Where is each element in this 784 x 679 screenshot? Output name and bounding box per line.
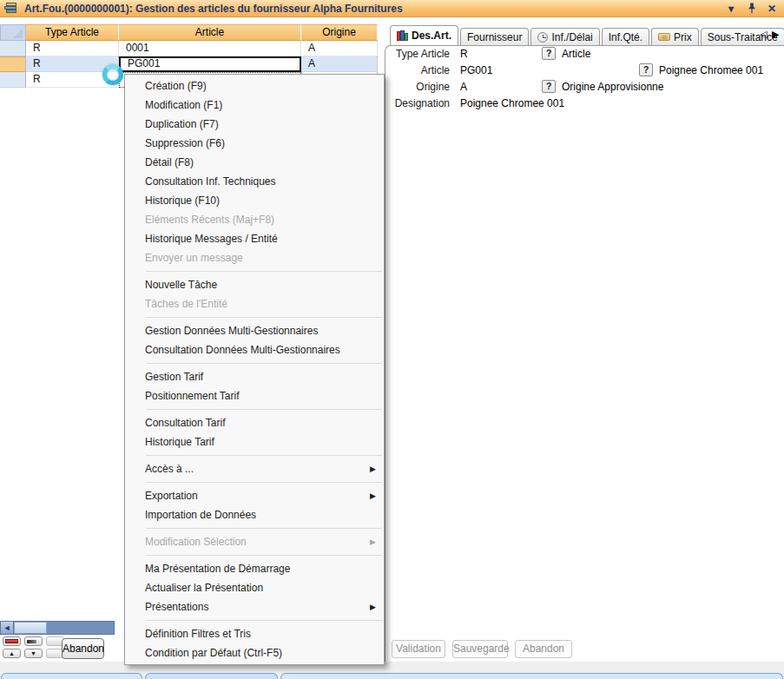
cell-origine[interactable]: A — [301, 56, 378, 72]
menu-separator — [146, 455, 382, 456]
row-selector[interactable] — [0, 56, 26, 72]
menu-item-modification-f1[interactable]: Modification (F1) — [125, 96, 384, 115]
form-label-designation: Designation — [387, 97, 450, 109]
column-header-article[interactable]: Article — [119, 24, 301, 41]
sauvegarde-button[interactable]: Sauvegarde — [452, 640, 508, 658]
menu-item-d-tail-f8[interactable]: Détail (F8) — [125, 153, 384, 172]
menu-item-t-ches-de-l-entit: Tâches de l'Entité — [125, 294, 384, 313]
cell-article[interactable]: 0001 — [119, 41, 301, 56]
tab-scroll-prev-icon[interactable]: ◁ — [760, 29, 767, 40]
tab-label: Des.Art. — [412, 30, 451, 42]
menu-item-pr-sentations[interactable]: Présentations▶ — [125, 597, 384, 616]
table-horizontal-scrollbar[interactable]: ◄ — [0, 621, 115, 635]
tab-inf-qt-[interactable]: Inf.Qté. — [602, 28, 649, 45]
form-label-origine: Origine — [387, 81, 450, 93]
record-down-button[interactable]: ▼ — [24, 649, 43, 658]
menu-item-importation-de-donn-es[interactable]: Importation de Données — [125, 505, 384, 524]
select-all-corner[interactable] — [0, 24, 26, 41]
tab-fournisseur[interactable]: Fournisseur — [460, 28, 529, 45]
menu-item-actualiser-la-pr-sentation[interactable]: Actualiser la Présentation — [125, 578, 384, 597]
title-bar: Art.Fou.(0000000001): Gestion des articl… — [0, 0, 784, 17]
form-label-type-article: Type Article — [387, 48, 450, 60]
tab-inf-d-lai[interactable]: Inf./Délai — [530, 28, 599, 45]
record-current-button[interactable] — [24, 636, 43, 646]
menu-item-gestion-tarif[interactable]: Gestion Tarif — [125, 367, 384, 386]
table-header-row: Type ArticleArticleOrigine — [0, 24, 378, 41]
menu-item-suppression-f6[interactable]: Suppression (F6) — [125, 134, 384, 153]
menu-item-consultation-inf-techniques[interactable]: Consultation Inf. Techniques — [125, 172, 384, 191]
menu-item-consultation-tarif[interactable]: Consultation Tarif — [125, 413, 384, 432]
help-button[interactable]: ? — [542, 47, 556, 60]
menu-item-positionnement-tarif[interactable]: Positionnement Tarif — [125, 386, 384, 405]
cell-article[interactable]: PG001 — [119, 56, 301, 72]
tab-des-art-[interactable]: Des.Art. — [390, 25, 458, 45]
menu-item-nouvelle-t-che[interactable]: Nouvelle Tâche — [125, 275, 384, 294]
menu-separator — [146, 271, 382, 272]
abandon-button-left[interactable]: Abandon — [62, 638, 104, 659]
form-value[interactable]: A — [460, 81, 467, 93]
menu-item-gestion-donn-es-multi-gestionnaires[interactable]: Gestion Données Multi-Gestionnaires — [125, 321, 384, 340]
menu-item-historique-tarif[interactable]: Historique Tarif — [125, 432, 384, 452]
submenu-arrow-icon: ▶ — [370, 532, 376, 551]
tab-prix[interactable]: Prix — [651, 28, 699, 45]
help-button[interactable]: ? — [542, 80, 556, 93]
menu-item-condition-par-d-faut-ctrl-f5[interactable]: Condition par Défaut (Ctrl-F5) — [125, 643, 384, 663]
context-menu: Création (F9)Modification (F1)Duplicatio… — [124, 74, 385, 665]
menu-item-ma-pr-sentation-de-d-marrage[interactable]: Ma Présentation de Démarrage — [125, 559, 384, 578]
scrollbar-thumb[interactable] — [14, 622, 47, 634]
menu-item-modification-s-lection: Modification Sélection▶ — [125, 532, 384, 551]
validation-button[interactable]: Validation — [392, 640, 445, 658]
menu-item-exportation[interactable]: Exportation▶ — [125, 486, 384, 505]
menu-item-el-ments-r-cents-maj-f8: Eléments Récents (Maj+F8) — [125, 210, 384, 229]
tab-strip: Des.Art.FournisseurInf./DélaiInf.Qté.Pri… — [390, 25, 784, 45]
detail-panel — [385, 45, 784, 662]
corner-triangle-icon — [13, 29, 23, 38]
menu-separator — [146, 317, 382, 318]
record-up-button[interactable]: ▲ — [3, 649, 21, 658]
money-icon — [658, 33, 670, 41]
submenu-arrow-icon: ▶ — [370, 597, 376, 616]
table-row[interactable]: RPG001A — [0, 56, 378, 72]
scroll-left-arrow-icon[interactable]: ◄ — [1, 622, 14, 634]
row-selector[interactable] — [0, 72, 26, 88]
tab-scroll-next-icon[interactable]: ▶ — [772, 29, 779, 40]
tab-label: Fournisseur — [467, 31, 522, 43]
menu-item-duplication-f7[interactable]: Duplication (F7) — [125, 115, 384, 134]
cell-type-article[interactable]: R — [26, 41, 119, 56]
column-header-origine[interactable]: Origine — [301, 24, 378, 41]
bottom-strip — [0, 662, 784, 679]
menu-item-historique-messages-entit[interactable]: Historique Messages / Entité — [125, 229, 384, 248]
app-cabinet-icon — [4, 2, 18, 15]
pin-icon[interactable] — [748, 3, 756, 17]
close-icon[interactable]: ✕ — [768, 2, 776, 16]
bottom-panel-edge — [145, 673, 278, 679]
menu-item-acc-s[interactable]: Accès à ...▶ — [125, 459, 384, 478]
menu-separator — [146, 555, 382, 556]
menu-item-d-finition-filtres-et-tris[interactable]: Définition Filtres et Tris — [125, 624, 384, 643]
record-first-button[interactable] — [3, 636, 21, 646]
row-selector[interactable] — [0, 41, 26, 56]
tab-label: Prix — [674, 31, 692, 43]
bottom-panel-edge — [280, 673, 783, 679]
menu-item-consultation-donn-es-multi-gestionnaires[interactable]: Consultation Données Multi-Gestionnaires — [125, 340, 384, 359]
abandon-button[interactable]: Abandon — [515, 640, 572, 658]
cell-origine[interactable]: A — [301, 41, 378, 56]
form-value[interactable]: R — [460, 48, 468, 60]
menu-item-historique-f10[interactable]: Historique (F10) — [125, 191, 384, 210]
window-menu-dropdown-icon[interactable]: ▾ — [728, 2, 734, 16]
table-row[interactable]: R0001A — [0, 41, 378, 56]
menu-separator — [146, 620, 382, 621]
submenu-arrow-icon: ▶ — [370, 459, 376, 478]
menu-separator — [146, 409, 382, 410]
application-window: Art.Fou.(0000000001): Gestion des articl… — [0, 0, 784, 679]
form-label-article: Article — [387, 64, 450, 76]
menu-separator — [146, 363, 382, 364]
help-button[interactable]: ? — [639, 63, 653, 76]
menu-item-cr-ation-f9[interactable]: Création (F9) — [125, 76, 384, 96]
column-header-type-article[interactable]: Type Article — [26, 24, 119, 41]
clock-icon — [537, 32, 548, 43]
tab-label: Sous-Traitance — [708, 31, 778, 43]
form-value[interactable]: Poignee Chromee 001 — [460, 97, 564, 109]
form-value[interactable]: PG001 — [460, 64, 492, 76]
window-title: Art.Fou.(0000000001): Gestion des articl… — [24, 3, 403, 15]
